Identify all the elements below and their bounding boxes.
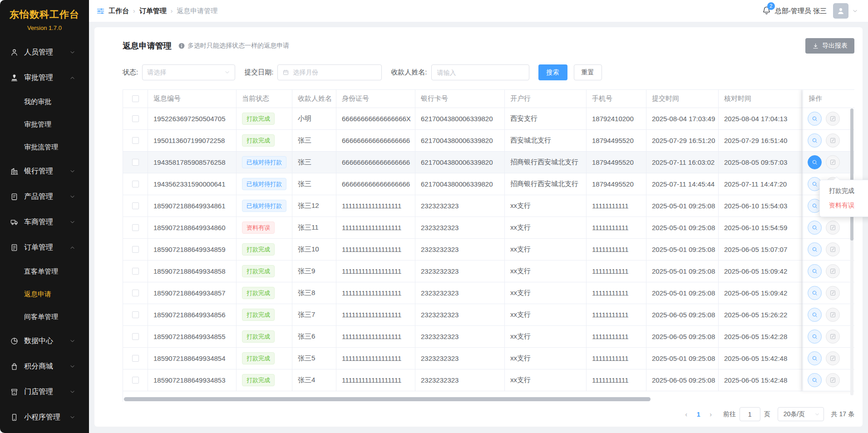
sidebar-subitem[interactable]: 我的审批 bbox=[0, 90, 89, 113]
row-checkbox[interactable] bbox=[132, 202, 139, 209]
export-report-button[interactable]: 导出报表 bbox=[805, 38, 854, 54]
user-menu-chevron-icon[interactable] bbox=[852, 8, 858, 14]
row-checkbox[interactable] bbox=[132, 181, 139, 187]
row-cell-status: 资料有误 bbox=[237, 217, 292, 238]
status-badge: 打款完成 bbox=[242, 374, 275, 386]
breadcrumb-item[interactable]: 工作台 bbox=[108, 7, 129, 15]
popup-option[interactable]: 资料有误 bbox=[820, 198, 868, 213]
row-cell-phone: 11111111111 bbox=[587, 369, 646, 391]
sidebar-subitem[interactable]: 审批流管理 bbox=[0, 136, 89, 158]
breadcrumb-item[interactable]: 订单管理 bbox=[139, 7, 167, 15]
edit-status-button[interactable] bbox=[826, 112, 840, 126]
row-cell-submitted: 2025-06-05 09:25:08 bbox=[646, 326, 719, 347]
view-button[interactable] bbox=[808, 330, 822, 344]
view-button[interactable] bbox=[808, 264, 822, 278]
edit-status-button[interactable] bbox=[826, 373, 840, 387]
table-row: 1859072188649934859打款完成张三101111111111111… bbox=[123, 239, 854, 261]
sidebar-item[interactable]: 订单管理 bbox=[0, 235, 89, 260]
row-cell-phone: 18794495520 bbox=[587, 173, 646, 195]
table-row: 1859072188649934857打款完成张三811111111111111… bbox=[123, 282, 854, 304]
edit-icon bbox=[829, 290, 836, 296]
reset-button[interactable]: 重置 bbox=[574, 64, 602, 80]
sidebar-item[interactable]: 小程序管理 bbox=[0, 404, 89, 430]
row-cell-id_card: 666666666666666666 bbox=[336, 152, 415, 173]
row-checkbox[interactable] bbox=[132, 377, 139, 384]
row-checkbox[interactable] bbox=[132, 137, 139, 144]
sidebar-subitem[interactable]: 审批管理 bbox=[0, 113, 89, 136]
avatar[interactable] bbox=[833, 3, 848, 19]
edit-status-button[interactable] bbox=[826, 155, 840, 169]
view-button[interactable] bbox=[808, 308, 822, 322]
edit-status-button[interactable] bbox=[826, 330, 840, 344]
row-checkbox[interactable] bbox=[132, 115, 139, 122]
action-cell bbox=[803, 304, 854, 325]
sidebar-subitem[interactable]: 间客单管理 bbox=[0, 305, 89, 328]
row-checkbox[interactable] bbox=[132, 159, 139, 166]
page-number-1[interactable]: 1 bbox=[692, 411, 705, 418]
row-checkbox[interactable] bbox=[132, 355, 139, 362]
view-button[interactable] bbox=[808, 351, 822, 365]
next-page-button[interactable]: › bbox=[705, 411, 717, 418]
submit-month-picker[interactable]: 选择月份 bbox=[277, 64, 382, 80]
view-button[interactable] bbox=[808, 155, 822, 169]
sidebar-subitem[interactable]: 返息申请 bbox=[0, 283, 89, 305]
edit-status-button[interactable] bbox=[826, 351, 840, 365]
sidebar-item[interactable]: 审批管理 bbox=[0, 65, 89, 90]
row-checkbox[interactable] bbox=[132, 290, 139, 296]
sidebar-item[interactable]: 银行管理 bbox=[0, 158, 89, 184]
horizontal-scrollbar-thumb[interactable] bbox=[124, 397, 651, 401]
vertical-scrollbar-thumb[interactable] bbox=[850, 108, 853, 241]
row-checkbox[interactable] bbox=[132, 268, 139, 275]
breadcrumb-separator: › bbox=[171, 7, 173, 15]
row-cell-bank_card: 2323232323 bbox=[415, 282, 505, 304]
sidebar-subitem[interactable]: 直客单管理 bbox=[0, 260, 89, 283]
row-cell-id_card: 666666666666666666 bbox=[336, 173, 415, 195]
prev-page-button[interactable]: ‹ bbox=[681, 411, 692, 418]
sidebar-item[interactable]: 车商管理 bbox=[0, 209, 89, 235]
sidebar-item[interactable]: 门店管理 bbox=[0, 379, 89, 404]
row-cell-bank: xx支行 bbox=[505, 369, 587, 391]
edit-status-button[interactable] bbox=[826, 308, 840, 322]
row-cell-id: 1859072188649934856 bbox=[148, 304, 237, 325]
notifications-button[interactable]: 2 bbox=[762, 5, 771, 17]
row-checkbox[interactable] bbox=[132, 224, 139, 231]
sidebar-item[interactable]: 积分商城 bbox=[0, 354, 89, 379]
action-cell bbox=[803, 326, 854, 347]
sidebar-submenu: 我的审批审批管理审批流管理 bbox=[0, 90, 89, 158]
row-checkbox-cell bbox=[123, 130, 148, 151]
row-checkbox[interactable] bbox=[132, 333, 139, 340]
goto-page-input[interactable] bbox=[740, 407, 760, 421]
payee-name-input[interactable] bbox=[432, 65, 529, 80]
search-button[interactable]: 搜索 bbox=[538, 64, 567, 80]
edit-status-button[interactable] bbox=[826, 242, 840, 256]
main-area: 返息申请管理 多选时只能选择状态一样的返息申请 导出报表 状态: 请选择 提交日… bbox=[89, 22, 868, 433]
row-cell-submitted: 2025-05-01 09:25:08 bbox=[646, 348, 719, 369]
view-button[interactable] bbox=[808, 133, 822, 148]
person-icon bbox=[836, 6, 846, 16]
view-button[interactable] bbox=[808, 242, 822, 256]
row-cell-submitted: 2025-05-01 09:25:08 bbox=[646, 261, 719, 282]
view-button[interactable] bbox=[808, 112, 822, 126]
select-all-checkbox[interactable] bbox=[132, 95, 139, 102]
page-size-select[interactable]: 20条/页 bbox=[778, 407, 824, 421]
sidebar-item[interactable]: 产品管理 bbox=[0, 184, 89, 209]
popup-option[interactable]: 打款完成 bbox=[820, 184, 868, 198]
calendar-icon bbox=[282, 69, 289, 76]
pagination: ‹ 1 › 前往 页 20条/页 共 17 条 bbox=[123, 402, 854, 421]
row-checkbox[interactable] bbox=[132, 311, 139, 318]
edit-icon bbox=[829, 246, 836, 253]
view-button[interactable] bbox=[808, 286, 822, 300]
edit-status-button[interactable] bbox=[826, 133, 840, 148]
edit-status-button[interactable] bbox=[826, 221, 840, 235]
status-select[interactable]: 请选择 bbox=[142, 64, 235, 80]
header-cell: 当前状态 bbox=[237, 90, 292, 108]
header-cell: 核对时间 bbox=[719, 90, 802, 108]
edit-status-button[interactable] bbox=[826, 264, 840, 278]
edit-status-button[interactable] bbox=[826, 286, 840, 300]
sidebar-item[interactable]: 人员管理 bbox=[0, 39, 89, 65]
view-button[interactable] bbox=[808, 373, 822, 387]
row-checkbox[interactable] bbox=[132, 246, 139, 253]
sidebar-item[interactable]: 数据中心 bbox=[0, 328, 89, 354]
view-button[interactable] bbox=[808, 221, 822, 235]
table-row: 1859072188649934858打款完成张三911111111111111… bbox=[123, 261, 854, 282]
